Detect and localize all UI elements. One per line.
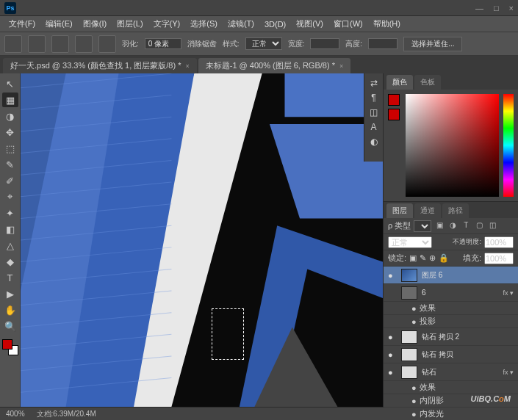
watermark: UiBQ.CoM: [471, 388, 511, 405]
magic-wand-tool[interactable]: ✥: [2, 125, 18, 140]
close-icon[interactable]: ×: [185, 62, 189, 70]
filter-shape-icon[interactable]: ▢: [474, 221, 484, 231]
tab-layers[interactable]: 图层: [386, 203, 413, 218]
gradient-tool[interactable]: ◧: [2, 222, 18, 236]
selection-new-icon[interactable]: [28, 35, 46, 53]
opacity-input[interactable]: [484, 236, 514, 248]
marquee-tool-icon[interactable]: [4, 35, 22, 53]
eyedropper-tool[interactable]: ✎: [2, 157, 18, 172]
refine-edge-button[interactable]: 选择并遮住...: [403, 37, 462, 51]
tab-color[interactable]: 颜色: [386, 75, 413, 90]
color-swatches[interactable]: [2, 339, 18, 355]
width-input[interactable]: [310, 38, 339, 49]
lock-all-icon[interactable]: 🔒: [439, 253, 449, 263]
menu-select[interactable]: 选择(S): [186, 17, 222, 31]
style-select[interactable]: 正常: [245, 37, 282, 50]
menu-filter[interactable]: 滤镜(T): [223, 17, 259, 31]
layer-thumb[interactable]: [401, 366, 417, 379]
eraser-tool[interactable]: ✦: [2, 206, 18, 220]
selection-intersect-icon[interactable]: [98, 35, 116, 53]
layer-effect[interactable]: ●效果: [384, 302, 518, 315]
menu-layer[interactable]: 图层(L): [112, 17, 147, 31]
filter-pixel-icon[interactable]: ▣: [434, 221, 445, 231]
zoom-level[interactable]: 400%: [6, 410, 25, 418]
selection-subtract-icon[interactable]: [75, 35, 93, 53]
tab-swatches[interactable]: 色板: [414, 75, 441, 90]
layer-effect[interactable]: ●投影: [384, 315, 518, 328]
filter-adjust-icon[interactable]: ◑: [447, 221, 458, 231]
folder-thumb[interactable]: [401, 286, 417, 300]
lock-position-icon[interactable]: ⊕: [429, 253, 436, 263]
marquee-tool[interactable]: ▦: [2, 93, 18, 107]
fx-badge[interactable]: fx ▾: [503, 369, 514, 376]
brush-tool[interactable]: ✐: [2, 173, 18, 188]
layer-row[interactable]: ●图层 6: [384, 267, 518, 284]
properties-icon[interactable]: ◫: [370, 107, 378, 117]
character-icon[interactable]: A: [370, 122, 376, 132]
fx-badge[interactable]: fx ▾: [503, 289, 514, 297]
visibility-icon[interactable]: ●: [388, 350, 397, 359]
crop-tool[interactable]: ⬚: [2, 141, 18, 156]
close-icon[interactable]: ×: [339, 62, 343, 70]
minimize-button[interactable]: —: [475, 4, 483, 12]
adjustments-icon[interactable]: ◐: [370, 137, 378, 147]
lasso-tool[interactable]: ◑: [2, 109, 18, 123]
menu-edit[interactable]: 编辑(E): [41, 17, 77, 31]
layer-row[interactable]: ●钻石fx ▾: [384, 363, 518, 381]
menu-3d[interactable]: 3D(D): [260, 18, 290, 30]
canvas-area[interactable]: [21, 73, 383, 407]
height-input[interactable]: [368, 38, 398, 49]
color-spectrum[interactable]: [406, 94, 499, 197]
menu-type[interactable]: 文字(Y): [149, 17, 185, 31]
color-bg[interactable]: [388, 109, 400, 120]
visibility-icon[interactable]: ●: [388, 271, 397, 280]
path-tool[interactable]: ◆: [2, 254, 18, 269]
feather-input[interactable]: [145, 38, 181, 49]
layer-row[interactable]: 6fx ▾: [384, 284, 518, 302]
menu-help[interactable]: 帮助(H): [369, 17, 405, 31]
filter-smart-icon[interactable]: ◫: [487, 221, 497, 231]
titlebar: Ps — □ ×: [0, 0, 518, 16]
foreground-color[interactable]: [2, 339, 12, 350]
lock-paint-icon[interactable]: ✎: [420, 253, 426, 263]
menu-window[interactable]: 窗口(W): [329, 17, 367, 31]
hand-tool[interactable]: ✋: [2, 303, 18, 317]
pen-tool[interactable]: △: [2, 238, 18, 253]
zoom-tool[interactable]: 🔍: [2, 319, 18, 333]
selection-add-icon[interactable]: [51, 35, 69, 53]
layer-thumb[interactable]: [401, 330, 417, 344]
menu-file[interactable]: 文件(F): [4, 17, 40, 31]
hue-slider[interactable]: [503, 94, 514, 197]
paragraph-icon[interactable]: ¶: [371, 93, 375, 103]
layer-row[interactable]: ●钻石 拷贝 2: [384, 328, 518, 346]
kind-select[interactable]: [414, 220, 431, 232]
filter-type-icon[interactable]: T: [461, 221, 471, 231]
blend-mode-select[interactable]: 正常: [388, 236, 432, 248]
visibility-icon[interactable]: ●: [388, 333, 397, 341]
menu-image[interactable]: 图像(I): [79, 17, 111, 31]
direct-select-tool[interactable]: ▶: [2, 286, 18, 301]
fill-input[interactable]: [484, 253, 514, 264]
layer-row[interactable]: ●钻石 拷贝: [384, 346, 518, 363]
antialias-checkbox[interactable]: 消除锯齿: [187, 39, 217, 49]
visibility-icon[interactable]: ●: [388, 368, 397, 377]
document-tab-1[interactable]: 好一天.psd @ 33.3% (颜色查找 1, 图层蒙版/8) *×: [3, 58, 197, 73]
close-button[interactable]: ×: [509, 4, 514, 12]
clone-tool[interactable]: ⌖: [2, 189, 18, 204]
tab-paths[interactable]: 路径: [442, 203, 469, 218]
layer-thumb[interactable]: [401, 269, 417, 282]
doc-info[interactable]: 文档:6.39M/20.4M: [37, 409, 96, 419]
type-tool[interactable]: T: [2, 270, 18, 285]
history-icon[interactable]: ⇄: [370, 78, 378, 88]
tab-channels[interactable]: 通道: [414, 203, 441, 218]
maximize-button[interactable]: □: [494, 4, 499, 12]
menu-view[interactable]: 视图(V): [292, 17, 328, 31]
move-tool[interactable]: ↖: [2, 76, 18, 91]
color-fg[interactable]: [388, 94, 400, 106]
layer-effect[interactable]: ●内发光: [384, 408, 518, 420]
workspace: ↖ ▦ ◑ ✥ ⬚ ✎ ✐ ⌖ ✦ ◧ △ ◆ T ▶ ✋ 🔍: [0, 73, 518, 407]
layer-thumb[interactable]: [401, 348, 417, 361]
selection-marquee[interactable]: [212, 308, 244, 360]
lock-pixels-icon[interactable]: ▣: [409, 253, 417, 263]
document-tab-2[interactable]: 未标题-1 @ 400% (图层 6, RGB/8) *×: [198, 58, 350, 73]
